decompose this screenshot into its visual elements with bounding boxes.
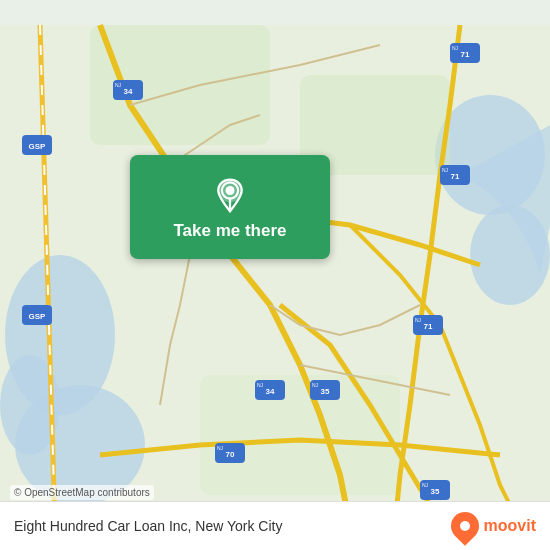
location-text: Eight Hundred Car Loan Inc, New York Cit… xyxy=(14,518,282,534)
svg-text:34: 34 xyxy=(266,387,275,396)
svg-text:NJ: NJ xyxy=(257,382,264,388)
svg-text:NJ: NJ xyxy=(115,82,122,88)
svg-text:35: 35 xyxy=(431,487,440,496)
svg-text:GSP: GSP xyxy=(29,142,47,151)
svg-text:NJ: NJ xyxy=(217,445,224,451)
moovit-icon xyxy=(445,506,485,546)
svg-text:NJ: NJ xyxy=(415,317,422,323)
svg-text:NJ: NJ xyxy=(442,167,449,173)
info-bar: Eight Hundred Car Loan Inc, New York Cit… xyxy=(0,501,550,550)
svg-text:71: 71 xyxy=(424,322,433,331)
svg-text:NJ: NJ xyxy=(452,45,459,51)
svg-text:35: 35 xyxy=(321,387,330,396)
copyright-text: © OpenStreetMap contributors xyxy=(10,485,154,500)
map-container: 34 NJ 34 NJ 34 NJ 35 NJ 35 NJ 71 NJ 71 N… xyxy=(0,0,550,550)
svg-text:GSP: GSP xyxy=(29,312,47,321)
svg-text:70: 70 xyxy=(226,450,235,459)
moovit-logo-text: moovit xyxy=(484,517,536,535)
svg-text:NJ: NJ xyxy=(422,482,429,488)
take-me-there-button[interactable]: Take me there xyxy=(130,155,330,259)
location-pin-icon xyxy=(212,177,248,213)
svg-rect-8 xyxy=(200,375,400,495)
svg-text:71: 71 xyxy=(451,172,460,181)
svg-text:71: 71 xyxy=(461,50,470,59)
svg-text:34: 34 xyxy=(124,87,133,96)
take-me-there-label: Take me there xyxy=(173,221,286,241)
svg-text:NJ: NJ xyxy=(312,382,319,388)
moovit-logo: moovit xyxy=(451,512,536,540)
map-svg: 34 NJ 34 NJ 34 NJ 35 NJ 35 NJ 71 NJ 71 N… xyxy=(0,0,550,550)
take-me-there-container: Take me there xyxy=(130,155,330,259)
svg-point-43 xyxy=(226,186,235,195)
